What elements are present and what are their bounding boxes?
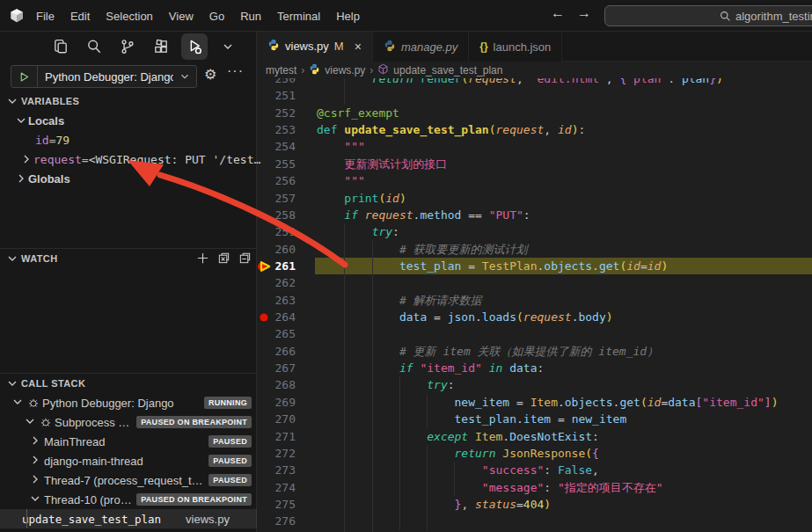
code-line-252[interactable]: 252@csrf_exempt [257, 105, 812, 121]
code-token: ( [489, 123, 496, 136]
editor-area: 250 return render(request, 'edit.html', … [257, 32, 812, 532]
code-token [317, 192, 344, 205]
code-token [441, 310, 448, 324]
code-token [317, 294, 399, 307]
code-token: id [647, 259, 662, 273]
menu-item-edit[interactable]: Edit [62, 10, 98, 23]
gear-icon[interactable]: ⚙ [204, 66, 216, 83]
code-line-269[interactable]: 269 new_item = Item.objects.get(id=data[… [257, 394, 812, 411]
code-line-260[interactable]: 260 # 获取要更新的测试计划 [257, 241, 812, 258]
code-line-263[interactable]: 263 # 解析请求数据 [257, 292, 812, 309]
code-line-271[interactable]: 271 except Item.DoesNotExist: [257, 428, 812, 445]
code-line-273[interactable]: 273 "success": False, [257, 462, 812, 478]
breadcrumb-folder[interactable]: mytest [266, 64, 296, 77]
run-and-debug-icon[interactable] [181, 33, 208, 60]
code-token [468, 430, 475, 443]
code-text: try: [317, 376, 455, 393]
start-debug-button[interactable] [11, 66, 38, 87]
code-token [317, 412, 455, 426]
chevron-down-icon [5, 376, 19, 390]
breadcrumb-symbol[interactable]: update_save_test_plan [393, 64, 502, 77]
menu-item-file[interactable]: File [28, 10, 62, 23]
tab-manage-py[interactable]: manage.py [373, 32, 469, 62]
code-text: }, status=404) [317, 496, 551, 513]
variables-scope-globals[interactable]: Globals [0, 169, 257, 188]
line-number: 254 [267, 138, 296, 155]
close-icon[interactable]: × [355, 40, 362, 54]
line-number: 274 [267, 479, 296, 496]
status-badge: PAUSED [208, 474, 252, 486]
extensions-icon[interactable] [148, 33, 174, 60]
code-line-275[interactable]: 275 }, status=404) [257, 496, 812, 513]
callstack-row-thread-7-process-request-thr[interactable]: Thread-7 (process_request_thr...PAUSED [0, 470, 257, 490]
code-token [317, 259, 399, 273]
add-watch-icon[interactable] [196, 251, 209, 266]
code-token [317, 498, 455, 511]
line-number: 272 [267, 445, 296, 462]
menu-item-view[interactable]: View [161, 10, 201, 23]
callstack-row-mainthread[interactable]: MainThreadPAUSED [0, 432, 257, 451]
debug-config-dropdown[interactable]: Python Debugger: Django [38, 70, 173, 84]
indent-guide [344, 325, 345, 342]
code-line-274[interactable]: 274 "message": "指定的项目不存在" [257, 479, 812, 496]
breadcrumb-file[interactable]: views.py [325, 64, 365, 77]
search-panel-icon[interactable] [81, 33, 107, 60]
nav-forward-icon[interactable]: → [574, 5, 595, 21]
code-line-251[interactable]: 251 [257, 87, 812, 104]
source-control-icon[interactable] [114, 33, 141, 60]
tab-views-py[interactable]: views.py M × [257, 32, 373, 62]
watch-section-header[interactable]: WATCH [0, 249, 257, 268]
callstack-row-django-main-thread[interactable]: django-main-threadPAUSED [0, 451, 257, 470]
code-line-255[interactable]: 255 更新测试计划的接口 [257, 156, 812, 172]
callstack-section-header[interactable]: CALL STACK [0, 374, 257, 393]
code-line-256[interactable]: 256 """ [257, 172, 812, 189]
remove-all-watch-icon[interactable] [217, 251, 230, 266]
callstack-row-subprocess-1[interactable]: Subprocess 1...PAUSED ON BREAKPOINT [0, 412, 257, 432]
code-line-259[interactable]: 259 try: [257, 223, 812, 240]
collapse-all-icon[interactable] [238, 251, 252, 266]
code-line-268[interactable]: 268 try: [257, 376, 812, 393]
code-line-262[interactable]: 262 [257, 274, 812, 291]
code-line-272[interactable]: 272 return JsonResponse({ [257, 445, 812, 462]
code-token: id [647, 396, 662, 409]
more-actions-icon[interactable]: ··· [227, 63, 244, 79]
callstack-row-thread-10-proc[interactable]: Thread-10 (proc...PAUSED ON BREAKPOINT [0, 490, 257, 509]
variable-row-id[interactable]: id = 79 [0, 130, 257, 149]
indent-guide [26, 509, 27, 528]
code-line-276[interactable]: 276 [257, 513, 812, 529]
menu-item-terminal[interactable]: Terminal [269, 10, 328, 23]
chevron-down-icon[interactable] [173, 70, 196, 83]
code-token [502, 361, 509, 375]
nav-back-icon[interactable]: ← [547, 5, 568, 21]
command-center-search[interactable]: algorithm_testin [604, 5, 812, 26]
code-token: request [523, 310, 572, 324]
menu-item-selection[interactable]: Selection [98, 10, 160, 23]
menu-bar: FileEditSelectionViewGoRunTerminalHelp [28, 0, 368, 32]
variable-row-request[interactable]: request = <WSGIRequest: PUT '/test… [0, 149, 257, 169]
code-token: : [592, 430, 599, 443]
variables-scope-locals[interactable]: Locals [0, 111, 257, 130]
code-line-258[interactable]: 258 if request.method == "PUT": [257, 207, 812, 223]
code-line-267[interactable]: 267 if "item_id" in data: [257, 360, 812, 376]
code-token [317, 157, 344, 171]
code-line-257[interactable]: 257 print(id) [257, 190, 812, 207]
tab-launch-json[interactable]: {} launch.json [469, 32, 562, 62]
code-line-265[interactable]: 265 [257, 325, 812, 342]
menu-item-help[interactable]: Help [328, 10, 368, 23]
code-line-261[interactable]: 261 test_plan = TestPlan.objects.get(id=… [257, 258, 812, 274]
code-line-270[interactable]: 270 test_plan.item = new_item [257, 411, 812, 427]
line-number: 260 [267, 241, 296, 258]
code-line-254[interactable]: 254 """ [257, 138, 812, 155]
code-token [317, 481, 482, 494]
code-line-266[interactable]: 266 # 更新 item 关联（如果提供了新的 item_id） [257, 343, 812, 360]
code-line-264[interactable]: 264 data = json.loads(request.body) [257, 309, 812, 325]
chevron-down-icon[interactable] [215, 33, 241, 60]
stack-frame-row[interactable]: update_save_test_plan views.py [0, 509, 257, 528]
code-line-253[interactable]: 253def update_save_test_plan(request, id… [257, 121, 812, 138]
variables-section-header[interactable]: VARIABLES [0, 91, 257, 111]
menu-item-run[interactable]: Run [232, 10, 269, 23]
copy-icon[interactable] [48, 33, 74, 60]
menu-item-go[interactable]: Go [201, 10, 232, 23]
callstack-row-python-debugger-django[interactable]: Python Debugger: DjangoRUNNING [0, 393, 257, 412]
indent-guide [399, 513, 400, 529]
